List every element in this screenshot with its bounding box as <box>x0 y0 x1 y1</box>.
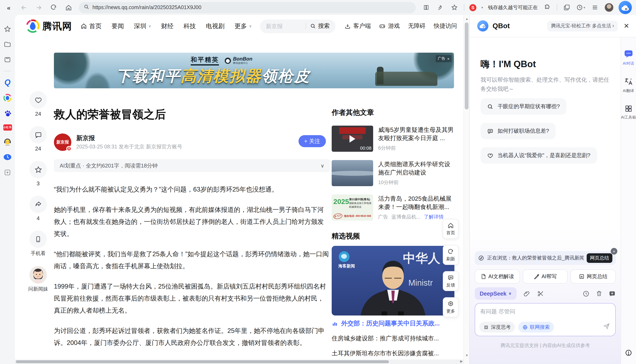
comment-button[interactable] <box>30 126 47 144</box>
extensions-icon[interactable] <box>543 3 552 12</box>
suggestion-3[interactable]: 当机器人说“我爱你”，是喜剧还是悲剧? <box>480 147 597 164</box>
article-thumbnail[interactable] <box>332 160 373 186</box>
menu-icon[interactable] <box>590 3 600 12</box>
suggestion-2[interactable]: 如何打破职场信息差? <box>480 123 556 139</box>
reading-list-icon[interactable] <box>422 3 431 12</box>
info-icon[interactable] <box>625 349 632 358</box>
share-button[interactable] <box>30 196 47 213</box>
rail-ai-chat[interactable]: AI对话 <box>622 49 635 66</box>
trash-icon[interactable] <box>596 290 602 297</box>
nav-tech[interactable]: 科技 <box>184 22 196 30</box>
news-assistant-avatar[interactable] <box>30 266 47 284</box>
ad-thumbnail[interactable]: 2025 第22届中国(青岛) 国际食品加工和包装机械展览会 参与不 报名电话:… <box>332 194 373 220</box>
suggestion-1[interactable]: 干眼症的早期症状有哪些? <box>480 98 566 115</box>
hot-search-badge[interactable]: S <box>469 4 476 11</box>
clock-app-icon[interactable] <box>3 153 12 161</box>
scroll-down-arrow-icon[interactable]: ▼ <box>464 352 470 358</box>
quick-access-link[interactable]: 快捷访问 <box>434 22 457 30</box>
vertical-scrollbar[interactable]: ▲ ▼ <box>464 15 469 364</box>
h-scroll-thumb[interactable] <box>16 360 389 363</box>
model-selector[interactable]: DeepSeek∨ <box>475 287 516 300</box>
reload-icon[interactable] <box>49 3 58 12</box>
scroll-right-arrow-icon[interactable]: ▶ <box>460 360 463 363</box>
phone-view-button[interactable] <box>30 230 47 248</box>
back-icon[interactable] <box>19 3 28 12</box>
qq-browser-icon[interactable]: Q <box>3 78 12 87</box>
tencent-news-icon[interactable] <box>3 94 12 102</box>
author-name[interactable]: 新京报 <box>76 134 95 142</box>
attach-icon[interactable] <box>523 290 530 297</box>
deep-think-toggle[interactable]: 深度思考 <box>479 322 515 332</box>
hot-search-caret-icon[interactable]: ▾ <box>481 6 483 9</box>
share-page-icon[interactable] <box>436 3 445 12</box>
home-icon[interactable] <box>64 3 73 12</box>
nav-news[interactable]: 要闻 <box>112 22 124 30</box>
tencent-logo[interactable]: 腾讯网 <box>26 19 72 33</box>
nav-finance[interactable]: 财经 <box>161 22 174 30</box>
history-icon[interactable]: ▾ <box>576 3 586 12</box>
baidu-icon[interactable] <box>3 109 12 117</box>
new-chat-icon[interactable] <box>609 290 616 297</box>
banner-ad[interactable]: 和平精英 BonBon腾讯游戏中心 下载和平高清模拟器领枪皮 广告× <box>54 53 454 88</box>
search-button[interactable]: 搜索 <box>310 22 330 30</box>
headline-link-2[interactable]: 土耳其伊斯坦布尔市市长因涉嫌贪腐被... <box>332 350 454 357</box>
history-icon[interactable] <box>582 290 590 297</box>
collapse-sidebar-icon[interactable]: « <box>4 3 13 12</box>
summarize-page-button[interactable]: 网页总结 <box>587 253 612 263</box>
video-thumbnail[interactable]: 00:08 <box>332 126 373 152</box>
folder-icon[interactable] <box>3 40 12 48</box>
featured-video[interactable]: 中华人 Ministr 海客新闻 <box>332 246 454 316</box>
follow-button[interactable]: + 关注 <box>298 135 326 147</box>
scroll-up-arrow-icon[interactable]: ▲ <box>464 16 470 22</box>
address-bar[interactable]: https://news.qq.com/rain/a/20250325A01X9… <box>79 2 416 13</box>
float-home-button[interactable]: 首页 <box>443 219 458 239</box>
add-app-icon[interactable] <box>3 168 12 176</box>
related-ad-item[interactable]: 2025 第22届中国(青岛) 国际食品加工和包装机械展览会 参与不 报名电话:… <box>332 194 454 220</box>
favorites-star-icon[interactable] <box>3 25 12 33</box>
bookmark-star-icon[interactable] <box>450 3 459 12</box>
float-more-button[interactable]: 更多 <box>443 297 458 317</box>
nav-tv[interactable]: 电视剧 <box>206 22 224 30</box>
game-link[interactable]: 游戏 <box>379 22 400 30</box>
nav-more[interactable]: 更多∨ <box>234 22 252 30</box>
float-refresh-button[interactable]: 刷新 <box>443 245 458 265</box>
qbot-input-box[interactable]: 有问题 尽管问 深度思考 联网搜索 <box>475 303 616 336</box>
headline-link-1[interactable]: 住房城乡建设部：推广形成可持续城市... <box>332 334 454 342</box>
close-panel-icon[interactable]: ✕ <box>622 21 631 30</box>
ad-cta-link[interactable]: 了解详情 <box>424 214 444 220</box>
send-icon[interactable] <box>603 322 610 332</box>
ai-doc-read-button[interactable]: AI文档解读 <box>475 270 520 284</box>
accessibility-link[interactable]: 无障碍 <box>408 22 426 30</box>
nav-shenzhen[interactable]: 深圳∨ <box>134 22 151 30</box>
ai-write-button[interactable]: AI帮写 <box>522 270 568 284</box>
related-item-2[interactable]: 人类细胞谱系大科学研究设施在广州启动建设10分钟前 <box>332 160 454 186</box>
ad-label-close[interactable]: 广告× <box>436 55 452 62</box>
search-input[interactable] <box>266 23 302 29</box>
yuanbao-promo-link[interactable]: 腾讯元宝-轻松工作 多点生活 › <box>547 20 618 31</box>
hot-search-text[interactable]: 钱存越久越亏可能正在 <box>488 4 538 11</box>
featured-video-caption[interactable]: 外交部：历史问题事关中日关系政... <box>332 320 454 328</box>
ai-summary-bar[interactable]: AI划重点 · 全文约6201字，阅读需18分钟 ∨ <box>54 159 330 172</box>
close-icon[interactable]: × <box>447 56 450 61</box>
web-search-toggle[interactable]: 联网搜索 <box>518 322 554 332</box>
qbot-cloud-button[interactable] <box>618 1 632 14</box>
horizontal-scrollbar[interactable]: ▶ <box>15 360 464 364</box>
v-scroll-thumb[interactable] <box>465 22 468 110</box>
tabs-icon[interactable] <box>562 3 571 12</box>
forward-icon[interactable] <box>34 3 43 12</box>
related-item-1[interactable]: 00:08 威海5岁男童疑遭生母及其男友殴打致死案今日开庭 ...6分钟前 <box>332 126 454 152</box>
client-link[interactable]: 客户端 <box>344 22 371 30</box>
xiaohongshu-icon[interactable]: 小红书 <box>3 124 12 130</box>
like-button[interactable] <box>30 91 47 108</box>
voice-assistant-icon[interactable] <box>3 138 12 146</box>
page-summary-button[interactable]: AI 网页总结 <box>571 270 616 284</box>
nav-home[interactable]: 首页 <box>80 22 102 30</box>
dismiss-banner-icon[interactable]: × <box>611 248 617 254</box>
expand-chevron-icon[interactable]: ∨ <box>320 163 324 168</box>
site-search[interactable]: 搜索 <box>260 19 336 33</box>
float-feedback-button[interactable]: 反馈 <box>443 271 458 291</box>
rail-ai-toolbox[interactable]: AI工具箱 <box>620 104 636 120</box>
rail-ai-translate[interactable]: AI翻译 <box>622 77 635 94</box>
scissors-icon[interactable] <box>537 290 544 297</box>
profile-avatar[interactable] <box>604 3 614 12</box>
